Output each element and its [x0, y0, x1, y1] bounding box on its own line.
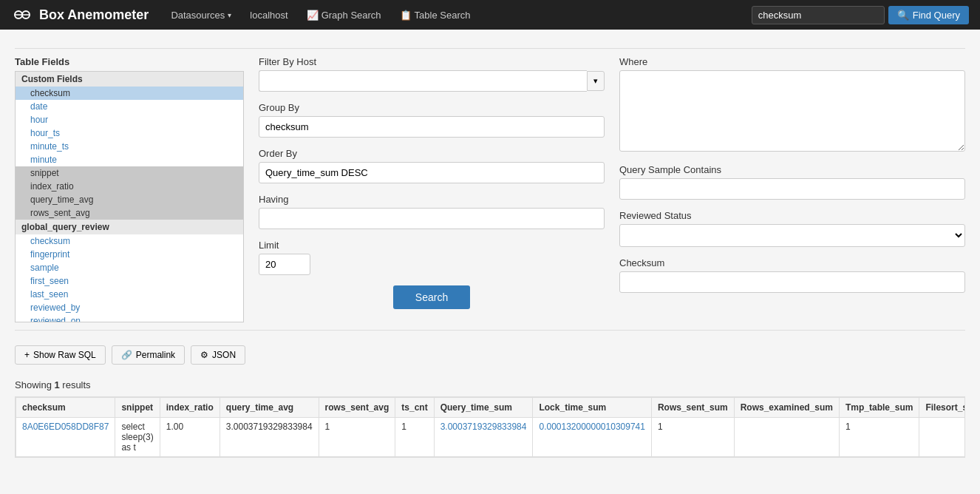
field-item-date[interactable]: date [16, 100, 243, 113]
cell-snippet: select sleep(3) as t [115, 418, 160, 457]
field-item-query-time-avg[interactable]: query_time_avg [16, 193, 243, 206]
query-sample-label: Query Sample Contains [619, 164, 965, 175]
graph-icon: 📈 [307, 10, 319, 21]
results-info: Showing 1 results [15, 379, 965, 390]
field-item-reviewed-on[interactable]: reviewed_on [16, 314, 243, 322]
checksum-label: Checksum [619, 257, 965, 268]
search-icon: 🔍 [897, 10, 909, 21]
permalink-button[interactable]: 🔗 Permalink [112, 345, 185, 365]
col-query-time-sum: Query_time_sum [434, 398, 533, 418]
reviewed-status-group: Reviewed Status [619, 210, 965, 247]
group-by-group: Group By [259, 102, 605, 138]
filter-host-wrapper: ▾ [259, 70, 605, 92]
cell-query_time_avg: 3.0003719329833984 [220, 418, 319, 457]
field-group-global: global_query_review [16, 220, 243, 234]
query_time_sum-link[interactable]: 3.0003719329833984 [440, 422, 527, 432]
link-icon: 🔗 [121, 350, 132, 360]
field-item-checksum-global[interactable]: checksum [16, 234, 243, 248]
cell-index_ratio: 1.00 [160, 418, 220, 457]
reviewed-status-wrapper [619, 224, 965, 247]
col-rows-sent-sum: Rows_sent_sum [651, 398, 734, 418]
where-textarea[interactable] [619, 70, 965, 152]
nav-search-input[interactable] [752, 6, 885, 24]
field-item-hour[interactable]: hour [16, 113, 243, 126]
results-table-header: checksum snippet index_ratio query_time_… [16, 398, 966, 418]
reviewed-status-label: Reviewed Status [619, 210, 965, 221]
field-item-minute-ts[interactable]: minute_ts [16, 140, 243, 153]
nav-localhost[interactable]: localhost [242, 6, 295, 24]
reviewed-status-select[interactable] [619, 224, 965, 247]
limit-group: Limit [259, 240, 605, 275]
bottom-actions: + Show Raw SQL 🔗 Permalink ⚙ JSON [15, 345, 965, 365]
order-by-input[interactable] [259, 162, 605, 183]
limit-label: Limit [259, 240, 605, 251]
cell-tmp_table_sum: 1 [840, 418, 919, 457]
show-raw-sql-button[interactable]: + Show Raw SQL [15, 345, 106, 365]
field-list[interactable]: Custom Fields checksum date hour hour_ts… [15, 71, 244, 322]
limit-input[interactable] [259, 254, 310, 275]
json-button[interactable]: ⚙ JSON [191, 345, 245, 365]
field-item-rows-sent-avg[interactable]: rows_sent_avg [16, 206, 243, 220]
nav-links: Datasources ▾ localhost 📈 Graph Search 📋… [163, 6, 736, 24]
brand-logo[interactable]: Box Anemometer [11, 4, 149, 26]
group-by-input[interactable] [259, 116, 605, 138]
col-lock-time-sum: Lock_time_sum [533, 398, 651, 418]
checksum-input[interactable] [619, 271, 965, 293]
field-item-first-seen[interactable]: first_seen [16, 274, 243, 288]
col-rows-examined-sum: Rows_examined_sum [734, 398, 839, 418]
right-form: Where Query Sample Contains Reviewed Sta… [619, 56, 965, 322]
having-group: Having [259, 194, 605, 229]
col-checksum: checksum [16, 398, 115, 418]
cell-ts_cnt: 1 [395, 418, 434, 457]
main-container: Table Fields Custom Fields checksum date… [0, 30, 980, 469]
col-query-time-avg: query_time_avg [220, 398, 319, 418]
dropdown-arrow-icon: ▾ [228, 11, 231, 19]
having-label: Having [259, 194, 605, 205]
checksum-link[interactable]: 8A0E6ED058DD8F87 [22, 422, 109, 432]
results-section: Showing 1 results checksum snippet index… [15, 379, 965, 458]
col-filesort-sum: Filesort_sum [919, 398, 965, 418]
col-index-ratio: index_ratio [160, 398, 220, 418]
field-item-last-seen[interactable]: last_seen [16, 288, 243, 301]
having-input[interactable] [259, 208, 605, 229]
col-tmp-table-sum: Tmp_table_sum [840, 398, 919, 418]
results-table-wrapper[interactable]: checksum snippet index_ratio query_time_… [15, 396, 965, 458]
query-sample-input[interactable] [619, 178, 965, 200]
field-item-reviewed-by[interactable]: reviewed_by [16, 301, 243, 314]
cell-query_time_sum: 3.0003719329833984 [434, 418, 533, 457]
where-group: Where [619, 56, 965, 154]
field-item-snippet[interactable]: snippet [16, 166, 243, 180]
lock_time_sum-link[interactable]: 0.00013200000010309741 [539, 422, 644, 432]
nav-table-search[interactable]: 📋 Table Search [392, 6, 478, 24]
find-query-button[interactable]: 🔍 Find Query [888, 6, 969, 24]
field-item-index-ratio[interactable]: index_ratio [16, 180, 243, 193]
middle-divider [15, 330, 965, 331]
filter-host-dropdown-btn[interactable]: ▾ [587, 71, 605, 91]
cell-checksum[interactable]: 8A0E6ED058DD8F87 [16, 418, 115, 457]
filter-by-host-label: Filter By Host [259, 56, 605, 67]
search-button[interactable]: Search [393, 285, 470, 309]
field-item-fingerprint[interactable]: fingerprint [16, 248, 243, 261]
cell-lock_time_sum: 0.00013200000010309741 [533, 418, 651, 457]
sidebar: Table Fields Custom Fields checksum date… [15, 56, 244, 322]
checksum-group: Checksum [619, 257, 965, 293]
order-by-label: Order By [259, 148, 605, 159]
col-rows-sent-avg: rows_sent_avg [319, 398, 395, 418]
sidebar-title: Table Fields [15, 56, 244, 67]
field-item-hour-ts[interactable]: hour_ts [16, 126, 243, 140]
content-row: Table Fields Custom Fields checksum date… [15, 56, 965, 322]
field-item-checksum-custom[interactable]: checksum [16, 87, 243, 100]
brand-icon [11, 4, 33, 26]
nav-graph-search[interactable]: 📈 Graph Search [299, 6, 389, 24]
group-by-label: Group By [259, 102, 605, 113]
field-item-sample[interactable]: sample [16, 261, 243, 274]
filter-by-host-input[interactable] [259, 70, 587, 92]
results-count: 1 [54, 379, 59, 390]
table-icon: 📋 [400, 10, 412, 21]
nav-datasources[interactable]: Datasources ▾ [163, 6, 239, 24]
field-group-custom: Custom Fields [16, 72, 243, 87]
filter-by-host-group: Filter By Host ▾ [259, 56, 605, 92]
field-item-minute[interactable]: minute [16, 153, 243, 166]
col-snippet: snippet [115, 398, 160, 418]
col-ts-cnt: ts_cnt [395, 398, 434, 418]
